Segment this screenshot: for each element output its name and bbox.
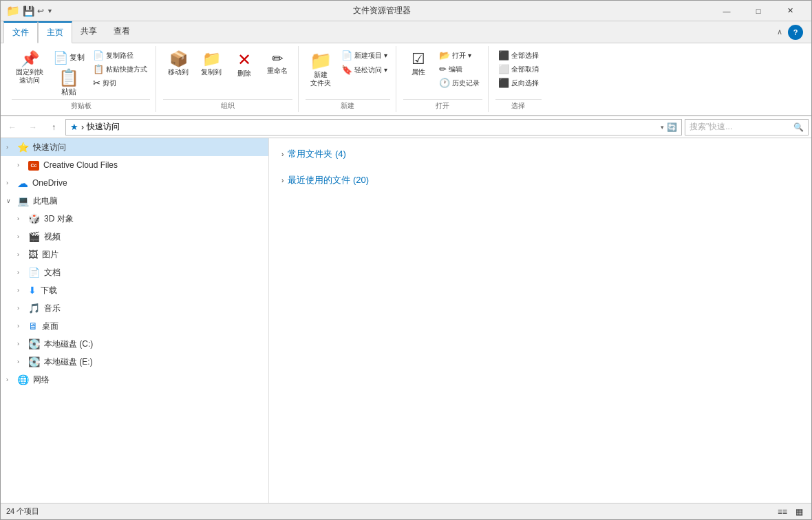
select-all-button[interactable]: ⬛ 全部选择 xyxy=(495,49,542,62)
delete-button[interactable]: ✕ 删除 xyxy=(229,49,259,80)
new-folder-button[interactable]: 📁 新建文件夹 xyxy=(306,49,336,90)
tab-file[interactable]: 文件 xyxy=(3,21,38,43)
pin-to-quick-access-button[interactable]: 📌 固定到快速访问 xyxy=(12,49,47,87)
move-to-button[interactable]: 📦 移动到 xyxy=(163,49,193,79)
paste-shortcut-button[interactable]: 📋 粘贴快捷方式 xyxy=(90,63,150,76)
sidebar-item-documents[interactable]: › 📄 文档 xyxy=(1,263,268,281)
copy-button[interactable]: 📄 复制 xyxy=(50,49,87,67)
new-item-button[interactable]: 📄 新建项目 ▾ xyxy=(339,49,390,62)
local-e-chevron: › xyxy=(17,358,24,365)
details-view-button[interactable]: ▦ xyxy=(792,506,806,518)
recent-files-section: › 最近使用的文件 (20) xyxy=(280,170,800,191)
history-icon: 🕐 xyxy=(439,78,450,88)
recent-files-header[interactable]: › 最近使用的文件 (20) xyxy=(280,170,800,191)
tab-home[interactable]: 主页 xyxy=(38,21,72,43)
local-c-label: 本地磁盘 (C:) xyxy=(44,338,93,350)
copy-to-button[interactable]: 📁 复制到 xyxy=(196,49,226,79)
save-icon: 💾 xyxy=(23,6,34,17)
search-placeholder: 搜索"快速... xyxy=(690,121,732,133)
cut-button[interactable]: ✂ 剪切 xyxy=(90,76,150,89)
rename-button[interactable]: ✏ 重命名 xyxy=(262,49,292,78)
titlebar: 📁 💾 ↩ ▼ 文件资源管理器 — □ ✕ xyxy=(1,1,811,21)
creative-cloud-icon: Cc xyxy=(28,160,39,171)
desktop-chevron: › xyxy=(17,323,24,329)
cut-icon: ✂ xyxy=(93,78,100,88)
quick-access-chevron: › xyxy=(6,144,13,151)
documents-label: 文档 xyxy=(44,267,61,279)
paste-icon: 📋 xyxy=(58,69,79,86)
paste-shortcut-icon: 📋 xyxy=(93,64,104,74)
deselect-all-icon: ⬜ xyxy=(498,64,509,74)
search-input[interactable]: 搜索"快速... 🔍 xyxy=(685,119,809,136)
paste-button[interactable]: 📋 粘贴 xyxy=(50,68,87,98)
copy-icon: 📄 xyxy=(53,52,68,64)
forward-button[interactable]: → xyxy=(24,118,42,136)
back-button[interactable]: ← xyxy=(3,118,21,136)
dropdown-icon[interactable]: ▼ xyxy=(47,8,53,14)
content-pane: › 常用文件夹 (4) › 最近使用的文件 (20) xyxy=(269,138,811,503)
tab-view[interactable]: 查看 xyxy=(105,21,138,43)
sidebar-item-desktop[interactable]: › 🖥 桌面 xyxy=(1,317,268,335)
easy-access-button[interactable]: 🔖 轻松访问 ▾ xyxy=(339,63,390,76)
maximize-button[interactable]: □ xyxy=(742,1,774,21)
sidebar-item-music[interactable]: › 🎵 音乐 xyxy=(1,299,268,317)
list-view-button[interactable]: ≡≡ xyxy=(776,506,789,518)
tab-share[interactable]: 共享 xyxy=(72,21,105,43)
sidebar-item-this-pc[interactable]: ∨ 💻 此电脑 xyxy=(1,192,268,210)
ribbon-content: 📌 固定到快速访问 📄 复制 📋 粘贴 📄 复 xyxy=(1,43,811,116)
edit-button[interactable]: ✏ 编辑 xyxy=(436,63,482,76)
sidebar-item-local-c[interactable]: › 💽 本地磁盘 (C:) xyxy=(1,335,268,353)
videos-label: 视频 xyxy=(44,231,61,243)
open-label: 打开 xyxy=(403,99,482,112)
address-bar-input[interactable]: ★ › 快速访问 ▾ 🔄 xyxy=(65,119,682,136)
sidebar-item-local-e[interactable]: › 💽 本地磁盘 (E:) xyxy=(1,353,268,371)
select-all-icon: ⬛ xyxy=(498,50,509,61)
refresh-icon[interactable]: 🔄 xyxy=(667,122,677,132)
pictures-chevron: › xyxy=(17,251,24,258)
help-button[interactable]: ? xyxy=(788,25,803,40)
sidebar-item-network[interactable]: › 🌐 网络 xyxy=(1,371,268,389)
easy-access-icon: 🔖 xyxy=(341,65,352,75)
new-label: 新建 xyxy=(306,99,390,112)
open-buttons: ☑ 属性 📂 打开 ▾ ✏ 编辑 🕐 历史记录 xyxy=(403,46,482,98)
local-c-chevron: › xyxy=(17,340,24,347)
common-folders-header[interactable]: › 常用文件夹 (4) xyxy=(280,144,800,164)
titlebar-quick-icons: 📁 💾 ↩ ▼ xyxy=(6,4,53,17)
clipboard-group: 📌 固定到快速访问 📄 复制 📋 粘贴 📄 复 xyxy=(6,46,156,112)
edit-icon: ✏ xyxy=(439,64,447,74)
this-pc-label: 此电脑 xyxy=(33,195,58,207)
sidebar-item-downloads[interactable]: › ⬇ 下载 xyxy=(1,281,268,299)
move-to-icon: 📦 xyxy=(169,52,188,67)
desktop-icon: 🖥 xyxy=(28,321,38,332)
sidebar: › ⭐ 快速访问 › Cc Creative Cloud Files › ☁ O… xyxy=(1,138,269,503)
quick-access-icon: ⭐ xyxy=(17,142,29,153)
deselect-all-button[interactable]: ⬜ 全部取消 xyxy=(495,63,542,76)
up-button[interactable]: ↑ xyxy=(45,118,63,136)
downloads-icon: ⬇ xyxy=(28,285,36,296)
sidebar-item-pictures[interactable]: › 🖼 图片 xyxy=(1,246,268,263)
minimize-button[interactable]: — xyxy=(711,1,742,21)
select-label: 选择 xyxy=(495,99,542,112)
properties-button[interactable]: ☑ 属性 xyxy=(403,49,434,79)
sidebar-item-creative-cloud[interactable]: › Cc Creative Cloud Files xyxy=(1,156,268,174)
creative-cloud-label: Creative Cloud Files xyxy=(43,160,118,170)
copy-path-button[interactable]: 📄 复制路径 xyxy=(90,49,150,62)
sidebar-item-videos[interactable]: › 🎬 视频 xyxy=(1,228,268,246)
invert-selection-button[interactable]: ⬛ 反向选择 xyxy=(495,76,542,89)
new-item-icon: 📄 xyxy=(341,50,352,61)
sidebar-item-quick-access[interactable]: › ⭐ 快速访问 xyxy=(1,138,268,156)
sidebar-item-onedrive[interactable]: › ☁ OneDrive xyxy=(1,174,268,192)
sidebar-item-3d-objects[interactable]: › 🎲 3D 对象 xyxy=(1,210,268,228)
local-c-icon: 💽 xyxy=(28,338,40,349)
onedrive-icon: ☁ xyxy=(17,177,28,190)
onedrive-chevron: › xyxy=(6,180,13,186)
close-button[interactable]: ✕ xyxy=(774,1,806,21)
ribbon-collapse-icon[interactable]: ∧ xyxy=(777,28,782,36)
network-label: 网络 xyxy=(33,374,50,386)
file-explorer-window: 📁 💾 ↩ ▼ 文件资源管理器 — □ ✕ 文件 主页 共享 查看 ∧ ? 📌 xyxy=(0,0,812,520)
open-button[interactable]: 📂 打开 ▾ xyxy=(436,49,482,62)
history-button[interactable]: 🕐 历史记录 xyxy=(436,76,482,89)
common-folders-title: 常用文件夹 (4) xyxy=(288,148,346,160)
dropdown-arrow-icon[interactable]: ▾ xyxy=(661,124,664,131)
new-buttons: 📁 新建文件夹 📄 新建项目 ▾ 🔖 轻松访问 ▾ xyxy=(306,46,390,98)
